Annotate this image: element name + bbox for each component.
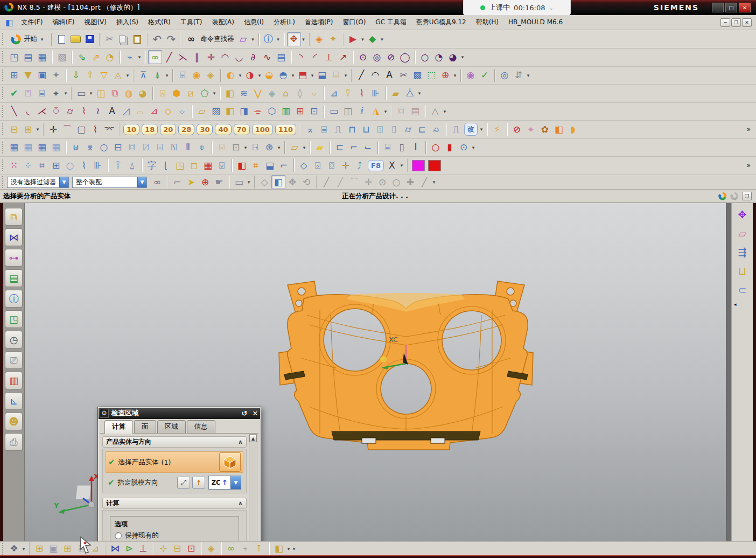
chevron-down-icon[interactable]: ▾ (452, 73, 458, 78)
command-finder-label[interactable]: 命令查找器 (200, 34, 234, 44)
app-menu-icon[interactable]: ◧ (5, 18, 13, 27)
toolbar-icon[interactable]: ◧ (235, 158, 249, 172)
toolbar-icon[interactable]: ⊞ (293, 104, 307, 118)
toolbar-icon[interactable]: ⬚ (424, 68, 438, 82)
toolbar-icon[interactable]: ╱ (162, 50, 176, 64)
toolbar-icon[interactable]: ▯ (395, 141, 409, 155)
overflow-chevron-icon[interactable]: » (746, 125, 751, 133)
toolbar-icon[interactable]: ⍓ (156, 86, 170, 100)
toolbar-icon[interactable]: ⌹ (176, 68, 190, 82)
toolbar-icon[interactable]: ◨ (237, 104, 251, 118)
chevron-down-icon[interactable]: ▾ (460, 54, 465, 60)
menu-item-5[interactable]: 格式(R) (143, 16, 176, 28)
toolbar-icon[interactable]: ◊ (293, 86, 307, 100)
snapshot-icon[interactable]: ◈ (312, 32, 326, 46)
toolbar-icon[interactable]: ⁘ (21, 158, 35, 172)
wrench-icon[interactable]: ⌐ (170, 175, 184, 189)
toolbar-icon[interactable]: ⤴ (353, 158, 367, 172)
assembly-constraints-icon[interactable]: ⊡ (184, 542, 198, 556)
toolbar-icon[interactable]: ⌇ (88, 122, 102, 136)
toolbar-icon[interactable]: ⊘ (510, 122, 524, 136)
toolbar-icon[interactable]: ⌼ (125, 141, 139, 155)
toolbar-icon[interactable]: ⊼ (136, 68, 150, 82)
toolbar-icon[interactable]: ⌻ (329, 68, 343, 82)
toolbar-icon[interactable]: ∂ (246, 50, 260, 64)
menu-item-14[interactable]: 帮助(H) (471, 16, 503, 28)
toolbar-icon[interactable]: ⌸ (35, 86, 49, 100)
toolbar-icon[interactable]: ⍁ (139, 141, 153, 155)
palette-icon[interactable]: ✿ (538, 122, 552, 136)
color-swatch[interactable] (412, 160, 425, 171)
toolbar-icon[interactable]: ⍙ (125, 158, 139, 172)
toolbar-icon[interactable]: ○ (389, 175, 403, 189)
scroll-up-arrow[interactable]: ▲ (249, 435, 257, 442)
toolbar-grip[interactable] (2, 87, 5, 99)
toolbar-icon[interactable]: ▥ (279, 104, 293, 118)
toolbar-icon[interactable]: ▤ (274, 50, 288, 64)
toolbar-icon[interactable]: ⁙ (7, 158, 21, 172)
chevron-down-icon[interactable]: ▾ (290, 73, 296, 78)
toolbar-icon[interactable]: ⍞ (21, 86, 35, 100)
toolbar-icon[interactable]: A (105, 104, 119, 118)
vector-dialog-button[interactable]: ⤢ (177, 477, 190, 489)
toolbar-icon[interactable]: ◈ (265, 86, 279, 100)
toolbar-icon[interactable]: ◫ (341, 104, 355, 118)
toolbar-icon[interactable]: ⚡ (490, 122, 504, 136)
chip-改[interactable]: 改 (464, 123, 478, 136)
history-palette-icon[interactable]: ◷ (5, 331, 23, 348)
chevron-down-icon[interactable]: ▾ (212, 90, 217, 96)
binoculars-icon[interactable]: ∞ (150, 175, 164, 189)
toolbar-icon[interactable]: ⎍ (331, 122, 345, 136)
snap-point-icon[interactable]: ➤ (184, 175, 198, 189)
plate-size-18[interactable]: 18 (142, 124, 158, 135)
boolean-icon[interactable]: ⊔ (736, 264, 750, 278)
toolbar-icon[interactable]: ○ (429, 141, 443, 155)
mdi-restore-button[interactable]: ❐ (731, 18, 741, 27)
plate-size-100[interactable]: 100 (252, 124, 273, 135)
system-materials-icon[interactable]: ⎚ (5, 351, 23, 369)
toolbar-icon[interactable]: ◐ (223, 68, 237, 82)
toolbar-icon[interactable]: ⊪ (91, 158, 105, 172)
chevron-down-icon[interactable]: ▾ (380, 37, 385, 42)
toolbar-icon[interactable]: ▩ (410, 68, 424, 82)
toolbar-icon[interactable]: ◧ (272, 542, 286, 556)
chevron-down-icon[interactable]: ▾ (125, 73, 130, 78)
toolbar-icon[interactable]: ⊘ (384, 50, 398, 64)
toolbar-icon[interactable]: ◳ (173, 158, 187, 172)
toolbar-icon[interactable]: ⌅ (303, 122, 317, 136)
menu-item-13[interactable]: 燕秀UG模具9.12 (411, 16, 471, 28)
toolbar-icon[interactable]: ⌂ (279, 86, 293, 100)
dialog-reset-button[interactable]: ↺ (239, 409, 250, 417)
toolbar-icon[interactable]: ⊡ (229, 141, 243, 155)
chevron-down-icon[interactable]: ▾ (310, 73, 315, 78)
toolbar-icon[interactable]: ◒ (262, 68, 276, 82)
folder-icon[interactable]: ▰ (313, 141, 327, 155)
toolbar-icon[interactable]: ◉ (190, 68, 204, 82)
plate-size-10[interactable]: 10 (123, 124, 139, 135)
toolbar-icon[interactable]: ⊳ (122, 542, 136, 556)
toolbar-icon[interactable]: ⌭ (401, 122, 415, 136)
toolbar-icon[interactable]: ⌊ (159, 158, 173, 172)
variant-icon[interactable]: ◆ (366, 32, 380, 46)
toolbar-icon[interactable]: ⌙ (361, 141, 375, 155)
menu-item-7[interactable]: 装配(A) (207, 16, 239, 28)
toolbar-icon[interactable]: ⊞ (49, 158, 63, 172)
toolbar-icon[interactable]: ⬓ (263, 158, 277, 172)
toolbar-icon[interactable]: ⍢ (341, 86, 355, 100)
sequence-icon[interactable]: ⇶ (736, 245, 750, 259)
toolbar-icon[interactable]: ▤ (408, 104, 422, 118)
toolbar-icon[interactable]: ◻ (187, 158, 201, 172)
part-navigator-icon[interactable]: ⊶ (5, 249, 23, 267)
toolbar-icon[interactable]: ⌤ (102, 122, 116, 136)
toolbar-icon[interactable]: ◝ (294, 50, 308, 64)
internet-browser-icon[interactable]: ⓘ (5, 290, 23, 308)
color-grid-icon[interactable]: ▦ (201, 158, 215, 172)
toolbar-icon[interactable]: ▰ (389, 86, 403, 100)
radio-icon[interactable] (115, 532, 122, 539)
toolbar-icon[interactable]: ⍂ (167, 141, 181, 155)
chevron-down-icon[interactable]: ▾ (399, 163, 404, 168)
toolbar-icon[interactable]: ◠ (368, 68, 382, 82)
toolbar-icon[interactable]: ◮ (369, 104, 383, 118)
toolbar-icon[interactable]: ✛ (46, 122, 60, 136)
toolbar-icon[interactable]: ◍ (122, 86, 136, 100)
